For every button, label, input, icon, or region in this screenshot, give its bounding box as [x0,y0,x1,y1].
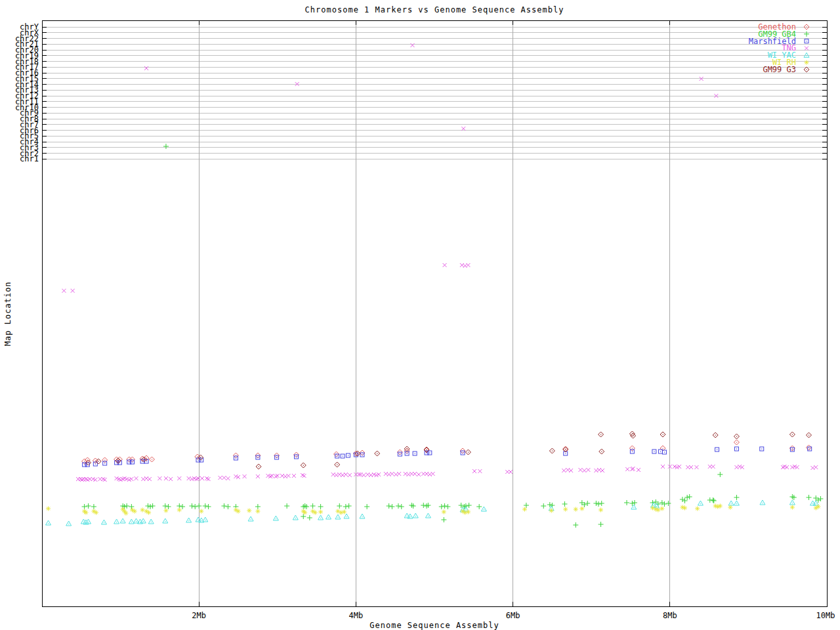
x-tick-label-2Mb: 2Mb [192,611,206,620]
legend-entry-gm99-g3: GM99 G3 [645,66,796,74]
plot-area [0,0,840,630]
x-tick-label-4Mb: 4Mb [349,611,364,620]
chart-title: Chromosome 1 Markers vs Genome Sequence … [42,5,827,14]
x-tick-label-10Mb: 10Mb [816,611,835,620]
y-axis-label: Map Location [3,282,12,346]
chart-canvas: Chromosome 1 Markers vs Genome Sequence … [0,0,840,630]
x-tick-label-8Mb: 8Mb [663,611,677,620]
x-axis-label: Genome Sequence Assembly [42,621,827,630]
y-tick-label-chr1: chr1 [0,155,39,163]
x-tick-label-6Mb: 6Mb [506,611,520,620]
